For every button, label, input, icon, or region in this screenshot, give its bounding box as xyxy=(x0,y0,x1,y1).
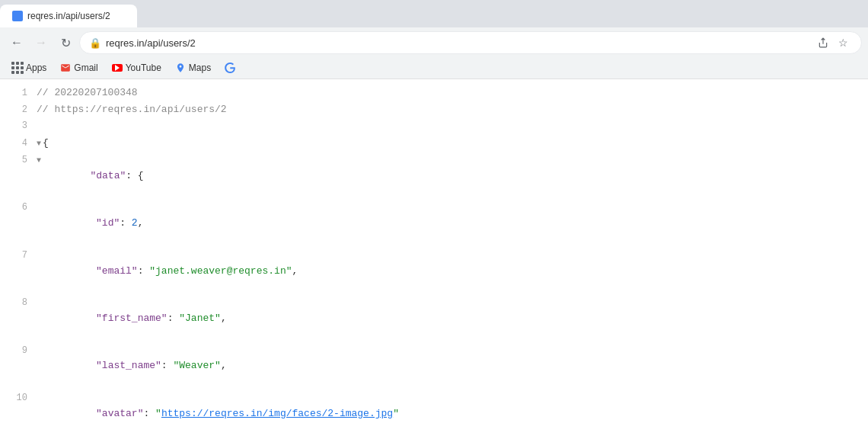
google-icon xyxy=(225,63,235,73)
line-content-6: "id": 2, xyxy=(37,200,868,247)
toggle-4[interactable]: ▼ xyxy=(37,138,41,150)
bookmark-star-button[interactable]: ☆ xyxy=(834,34,852,52)
line-num-3: 3 xyxy=(6,119,27,133)
tab-title: reqres.in/api/users/2 xyxy=(27,11,110,21)
line-content-10: "avatar": "https://reqres.in/img/faces/2… xyxy=(37,390,868,436)
bookmark-maps[interactable]: Maps xyxy=(169,60,217,75)
code-line-9: 9 "last_name": "Weaver", xyxy=(0,343,868,390)
line-num-2: 2 xyxy=(6,103,27,117)
code-line-5: 5 ▼ "data": { xyxy=(0,152,868,200)
line-content-8: "first_name": "Janet", xyxy=(37,295,868,342)
gmail-icon xyxy=(60,63,71,73)
line-content-5: "data": { xyxy=(43,152,868,200)
line-num-8: 8 xyxy=(6,296,27,310)
code-line-3: 3 xyxy=(0,119,868,136)
line-content-2: // https://reqres.in/api/users/2 xyxy=(37,102,868,118)
line-num-7: 7 xyxy=(6,248,27,263)
maps-icon xyxy=(175,63,186,73)
line-content-4: { xyxy=(43,136,868,152)
code-line-8: 8 "first_name": "Janet", xyxy=(0,295,868,342)
line-num-9: 9 xyxy=(6,344,27,358)
line-num-4: 4 xyxy=(6,136,27,151)
bookmark-youtube[interactable]: YouTube xyxy=(106,60,168,75)
line-num-5: 5 xyxy=(6,153,27,168)
line-content-1: // 20220207100348 xyxy=(37,85,868,101)
youtube-icon xyxy=(112,63,123,73)
share-button[interactable] xyxy=(814,34,832,52)
line-content-9: "last_name": "Weaver", xyxy=(37,343,868,390)
code-line-2: 2 // https://reqres.in/api/users/2 xyxy=(0,102,868,119)
code-line-1: 1 // 20220207100348 xyxy=(0,85,868,102)
content-area: 1 // 20220207100348 2 // https://reqres.… xyxy=(0,79,868,436)
line-num-1: 1 xyxy=(6,86,27,101)
bookmarks-bar: Apps Gmail YouTube Maps xyxy=(0,58,868,79)
active-tab[interactable]: reqres.in/api/users/2 xyxy=(0,5,137,27)
forward-button[interactable]: → xyxy=(30,32,52,53)
code-line-10: 10 "avatar": "https://reqres.in/img/face… xyxy=(0,390,868,436)
back-button[interactable]: ← xyxy=(6,32,27,53)
tab-bar: reqres.in/api/users/2 xyxy=(0,0,868,27)
code-line-4: 4 ▼ { xyxy=(0,136,868,152)
lock-icon: 🔒 xyxy=(89,37,101,49)
line-num-10: 10 xyxy=(6,391,27,406)
code-line-6: 6 "id": 2, xyxy=(0,200,868,247)
avatar-link[interactable]: https://reqres.in/img/faces/2-image.jpg xyxy=(161,408,393,419)
toggle-5[interactable]: ▼ xyxy=(37,155,41,167)
apps-label: Apps xyxy=(26,63,46,73)
youtube-label: YouTube xyxy=(126,63,161,73)
address-bar[interactable]: 🔒 reqres.in/api/users/2 ☆ xyxy=(79,31,862,54)
nav-bar: ← → ↻ 🔒 reqres.in/api/users/2 ☆ xyxy=(0,27,868,58)
bookmark-google[interactable] xyxy=(219,60,241,75)
code-line-7: 7 "email": "janet.weaver@reqres.in", xyxy=(0,248,868,295)
maps-label: Maps xyxy=(189,63,211,73)
gmail-label: Gmail xyxy=(74,63,97,73)
reload-button[interactable]: ↻ xyxy=(55,32,76,53)
tab-favicon xyxy=(12,11,23,21)
browser-chrome: reqres.in/api/users/2 ← → ↻ 🔒 reqres.in/… xyxy=(0,0,868,79)
apps-icon xyxy=(12,63,23,73)
bookmark-apps[interactable]: Apps xyxy=(6,60,53,75)
url-text: reqres.in/api/users/2 xyxy=(106,37,809,49)
address-actions: ☆ xyxy=(814,34,852,52)
bookmark-gmail[interactable]: Gmail xyxy=(54,60,104,75)
line-content-7: "email": "janet.weaver@reqres.in", xyxy=(37,248,868,295)
line-num-6: 6 xyxy=(6,200,27,215)
